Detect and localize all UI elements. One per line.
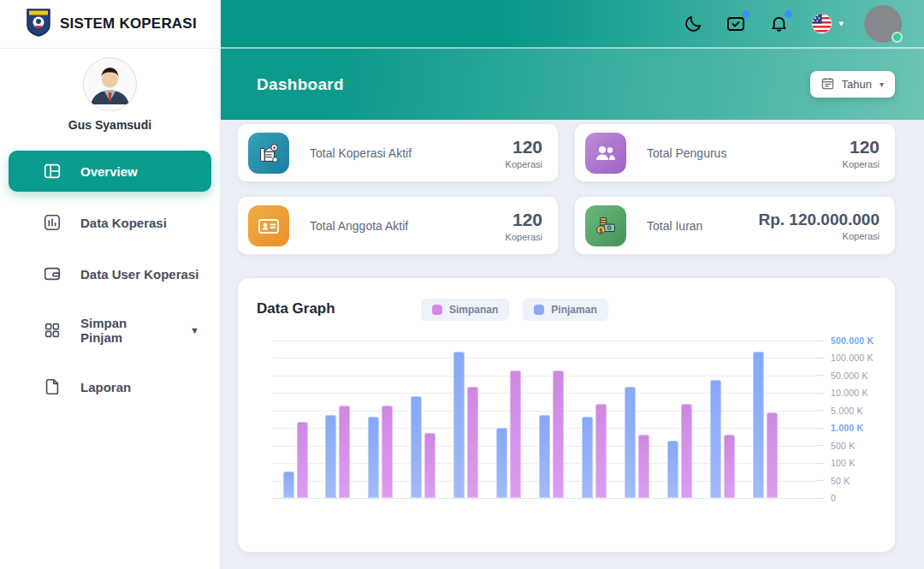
bar-simpanan-ags[interactable]	[595, 404, 607, 498]
stat-card-unit: Koperasi	[506, 232, 542, 242]
gridline	[272, 393, 817, 394]
year-filter-label: Tahun	[842, 78, 872, 91]
sidebar-item-laporan[interactable]: Laporan	[9, 366, 211, 407]
bar-simpanan-des[interactable]	[767, 412, 778, 498]
bar-simpanan-okt[interactable]	[681, 404, 692, 498]
gridline	[272, 358, 817, 359]
bar-simpanan-nov[interactable]	[724, 435, 735, 498]
sidebar-item-data-koperasi[interactable]: Data Koperasi	[9, 202, 211, 243]
legend-item-pinjaman[interactable]: Pinjaman	[523, 299, 607, 321]
bar-simpanan-spt[interactable]	[638, 435, 649, 498]
dark-mode-moon-icon[interactable]	[682, 13, 704, 35]
y-tick-label: 500.000 K	[831, 335, 874, 346]
legend-label: Pinjaman	[551, 304, 596, 316]
stat-card-label: Total Koperasi Aktif	[310, 146, 506, 160]
page-title: Dashboard	[257, 75, 344, 94]
tick-mark	[817, 445, 824, 446]
sidebar-menu: OverviewData KoperasiData User KoperasiS…	[0, 151, 220, 407]
y-tick-label: 10.000 K	[831, 388, 868, 398]
bar-pinjaman-des[interactable]	[753, 352, 764, 498]
chevron-down-icon: ▾	[880, 80, 884, 89]
stat-card-label: Total Pengurus	[647, 146, 843, 160]
user-avatar[interactable]	[83, 57, 137, 111]
bar-simpanan-apr[interactable]	[424, 433, 435, 498]
y-tick-label: 500 K	[831, 441, 855, 451]
bar-pinjaman-jul[interactable]	[539, 415, 550, 498]
bar-simpanan-feb[interactable]	[339, 406, 350, 498]
main-content: Total Koperasi Aktif120KoperasiTotal Pen…	[221, 120, 924, 552]
tick-mark	[817, 375, 824, 376]
bar-simpanan-mei[interactable]	[467, 387, 478, 498]
bar-pinjaman-ags[interactable]	[582, 417, 593, 498]
stat-card-unit: Koperasi	[506, 159, 542, 169]
bar-pinjaman-mar[interactable]	[368, 417, 379, 498]
sidebar-item-data-user-koperasi[interactable]: Data User Koperasi	[9, 253, 211, 294]
iuran-money-icon: $	[585, 205, 626, 246]
sidebar-item-label: Data Koperasi	[80, 216, 167, 230]
stat-card-value: Rp. 120.000.000	[758, 210, 880, 229]
chevron-down-icon: ▼	[190, 325, 199, 335]
y-tick-label: 1.000 K	[831, 423, 863, 433]
bar-simpanan-jun[interactable]	[510, 370, 521, 498]
calendar-icon	[821, 77, 834, 92]
y-tick-label: 5.000 K	[831, 406, 863, 416]
sidebar: SISTEM KOPERASI Gus Syamsudi OverviewDat…	[0, 0, 221, 569]
stat-card-label: Total Iuran	[647, 219, 758, 233]
language-flag-us-icon	[810, 13, 832, 35]
brand: SISTEM KOPERASI	[0, 0, 220, 49]
legend-swatch	[432, 305, 442, 315]
app-title: SISTEM KOPERASI	[60, 15, 197, 33]
tick-mark	[817, 341, 824, 341]
y-axis-tick: 10.000 K	[817, 388, 868, 398]
user-name: Gus Syamsudi	[0, 118, 220, 132]
y-tick-label: 50.000 K	[831, 370, 868, 381]
stat-card-unit: Koperasi	[843, 159, 880, 169]
bar-simpanan-mar[interactable]	[382, 406, 393, 498]
notification-dot	[785, 10, 792, 18]
stat-card-value: 120	[843, 137, 880, 157]
notifications-bell-icon[interactable]	[767, 13, 790, 35]
bar-chart-icon	[43, 213, 62, 232]
year-filter-button[interactable]: Tahun ▾	[810, 71, 895, 98]
sidebar-item-label: Data User Koperasi	[80, 267, 198, 282]
grid-icon	[43, 321, 62, 340]
bar-simpanan-jul[interactable]	[553, 370, 564, 498]
stat-card-total-koperasi-aktif: Total Koperasi Aktif120Koperasi	[238, 124, 558, 181]
sidebar-item-label: Simpan Pinjam	[80, 316, 168, 345]
bar-simpanan-jan[interactable]	[297, 422, 308, 498]
gridline	[272, 411, 817, 412]
tick-mark	[817, 358, 824, 359]
y-tick-label: 50 K	[831, 476, 850, 486]
app-logo-shield-icon	[26, 8, 51, 40]
bar-pinjaman-nov[interactable]	[710, 380, 721, 498]
legend-item-simpanan[interactable]: Simpanan	[421, 299, 509, 321]
messages-icon[interactable]	[725, 13, 747, 35]
bar-chart-plot	[272, 341, 817, 498]
bar-pinjaman-okt[interactable]	[667, 441, 678, 499]
bar-pinjaman-mei[interactable]	[453, 352, 465, 498]
pengurus-users-icon	[585, 133, 626, 174]
chevron-down-icon: ▾	[838, 18, 844, 29]
koperasi-building-icon	[248, 133, 289, 174]
bar-pinjaman-feb[interactable]	[325, 415, 336, 498]
notification-dot	[742, 10, 749, 18]
bar-pinjaman-jan[interactable]	[283, 471, 294, 498]
y-axis-tick: 100 K	[817, 458, 855, 468]
bar-pinjaman-apr[interactable]	[411, 396, 422, 498]
bar-pinjaman-spt[interactable]	[625, 387, 636, 498]
topbar: ▾	[221, 0, 924, 49]
stat-card-label: Total Anggota Aktif	[310, 219, 506, 233]
document-icon	[43, 377, 62, 396]
sidebar-item-simpan-pinjam[interactable]: Simpan Pinjam▼	[9, 305, 211, 356]
y-axis-tick: 0	[817, 493, 836, 503]
sidebar-item-overview[interactable]: Overview	[9, 151, 211, 192]
y-axis-tick: 500.000 K	[817, 335, 874, 346]
topbar-user-avatar[interactable]	[864, 5, 902, 43]
anggota-idcard-icon	[248, 205, 289, 246]
svg-text:$: $	[600, 227, 603, 234]
gridline	[272, 498, 817, 499]
y-tick-label: 100.000 K	[831, 353, 874, 363]
wallet-icon	[43, 264, 62, 283]
language-selector[interactable]: ▾	[810, 13, 844, 35]
bar-pinjaman-jun[interactable]	[496, 428, 507, 498]
